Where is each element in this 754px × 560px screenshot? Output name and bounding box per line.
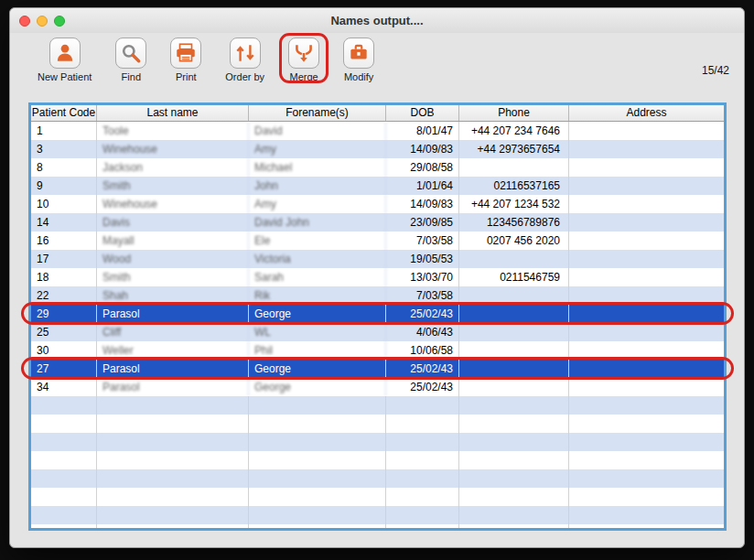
empty-row[interactable] (31, 488, 724, 506)
cell-last-name (97, 451, 249, 469)
cell-patient-code: 14 (31, 213, 97, 232)
empty-row[interactable] (31, 469, 724, 488)
cell-last-name: Parasol (97, 378, 249, 396)
cell-address (569, 213, 724, 232)
cell-patient-code: 34 (31, 378, 97, 396)
header-dob[interactable]: DOB (386, 105, 459, 121)
cell-last-name: Parasol (97, 305, 249, 323)
cell-patient-code: 9 (31, 177, 97, 195)
cell-forename: Phil (249, 341, 386, 360)
cell-phone (459, 396, 569, 415)
cell-last-name (97, 488, 249, 506)
empty-row[interactable] (31, 433, 724, 451)
table-row[interactable]: 14DavisDavid John23/09/85123456789876 (31, 213, 724, 232)
cell-forename (249, 396, 386, 415)
cell-dob (386, 524, 459, 531)
cell-last-name: Winehouse (97, 140, 249, 158)
cell-phone (459, 488, 569, 506)
cell-patient-code (31, 506, 97, 524)
cell-address (569, 177, 724, 195)
cell-dob: 8/01/47 (386, 122, 459, 140)
header-patient-code[interactable]: Patient Code (31, 105, 97, 121)
toolbar: New Patient Find Print (10, 33, 744, 102)
table-row[interactable]: 29ParasolGeorge25/02/43 (31, 305, 724, 323)
cell-phone (459, 433, 569, 451)
cell-address (569, 305, 724, 323)
cell-address (569, 232, 724, 250)
empty-row[interactable] (31, 506, 724, 524)
table-body: 1TooleDavid8/01/47+44 207 234 76463Wineh… (31, 122, 724, 531)
table-row[interactable]: 9SmithJohn1/01/6402116537165 (31, 177, 724, 195)
table-row[interactable]: 16MayallEle7/03/580207 456 2020 (31, 232, 724, 250)
new-patient-label: New Patient (38, 71, 92, 82)
cell-address (569, 286, 724, 305)
table-row[interactable]: 10WinehouseAmy14/09/83+44 207 1234 532 (31, 195, 724, 213)
order-by-button[interactable]: Order by (225, 38, 264, 82)
cell-phone (459, 305, 569, 323)
cell-forename: Ele (249, 232, 386, 250)
merge-label: Merge (290, 71, 318, 82)
cell-phone (459, 341, 569, 360)
table-row[interactable]: 27ParasolGeorge25/02/43 (31, 360, 724, 378)
cell-dob (386, 433, 459, 451)
cell-patient-code (31, 488, 97, 506)
cell-dob: 25/02/43 (386, 305, 459, 323)
cell-dob (386, 506, 459, 524)
table-row[interactable]: 18SmithSarah13/03/700211546759 (31, 268, 724, 286)
cell-last-name: Weller (97, 341, 249, 360)
cell-phone (459, 250, 569, 268)
find-button[interactable]: Find (115, 38, 146, 82)
cell-patient-code (31, 469, 97, 488)
cell-patient-code: 17 (31, 250, 97, 268)
table-row[interactable]: 3WinehouseAmy14/09/83+44 2973657654 (31, 140, 724, 158)
names-output-window: Names output.... New Patient Find (9, 7, 745, 548)
cell-dob: 7/03/58 (386, 232, 459, 250)
table-row[interactable]: 17WoodVictoria19/05/53 (31, 250, 724, 268)
cell-last-name (97, 415, 249, 433)
cell-phone (459, 360, 569, 378)
empty-row[interactable] (31, 524, 724, 531)
table-row[interactable]: 30WellerPhil10/06/58 (31, 341, 724, 360)
cell-address (569, 451, 724, 469)
cell-phone (459, 506, 569, 524)
cell-forename: WL (249, 323, 386, 341)
table-row[interactable]: 1TooleDavid8/01/47+44 207 234 7646 (31, 122, 724, 140)
empty-row[interactable] (31, 396, 724, 415)
cell-phone (459, 415, 569, 433)
cell-address (569, 396, 724, 415)
header-phone[interactable]: Phone (459, 105, 569, 121)
record-count: 15/42 (702, 64, 729, 77)
header-forename[interactable]: Forename(s) (249, 105, 386, 121)
modify-button[interactable]: Modify (343, 38, 374, 82)
table-row[interactable]: 8JacksonMichael29/08/58 (31, 158, 724, 177)
merge-icon (288, 38, 319, 69)
cell-dob: 4/06/43 (386, 323, 459, 341)
table-row[interactable]: 22ShahRik7/03/58 (31, 286, 724, 305)
cell-forename: Victoria (249, 250, 386, 268)
cell-address (569, 140, 724, 158)
print-button[interactable]: Print (170, 38, 201, 82)
cell-dob: 29/08/58 (386, 158, 459, 177)
cell-last-name: Mayall (97, 232, 249, 250)
cell-patient-code: 25 (31, 323, 97, 341)
cell-forename: Rik (249, 286, 386, 305)
header-last-name[interactable]: Last name (97, 105, 249, 121)
cell-patient-code: 29 (31, 305, 97, 323)
empty-row[interactable] (31, 415, 724, 433)
cell-last-name: Toole (97, 122, 249, 140)
empty-row[interactable] (31, 451, 724, 469)
cell-forename (249, 488, 386, 506)
merge-button[interactable]: Merge (288, 38, 319, 82)
new-patient-button[interactable]: New Patient (38, 38, 92, 82)
cell-patient-code: 10 (31, 195, 97, 213)
cell-last-name (97, 469, 249, 488)
table-row[interactable]: 34ParasolGeorge25/02/43 (31, 378, 724, 396)
cell-last-name: Wood (97, 250, 249, 268)
cell-phone (459, 323, 569, 341)
header-address[interactable]: Address (569, 105, 724, 121)
cell-dob: 23/09/85 (386, 213, 459, 232)
new-patient-icon (49, 38, 81, 69)
patient-table: Patient Code Last name Forename(s) DOB P… (28, 102, 727, 531)
table-row[interactable]: 25CliffWL4/06/43 (31, 323, 724, 341)
cell-dob: 19/05/53 (386, 250, 459, 268)
